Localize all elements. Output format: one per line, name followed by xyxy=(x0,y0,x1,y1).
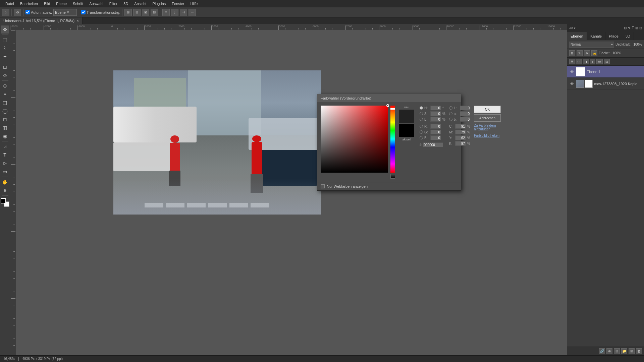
m-input[interactable] xyxy=(455,130,466,134)
panel-icon-2[interactable]: ✎ xyxy=(628,26,631,30)
lock-transparent-btn[interactable]: ⊟ xyxy=(569,50,575,56)
text-btn[interactable]: T xyxy=(1,151,9,159)
layer-visibility-1[interactable]: 👁 xyxy=(569,69,575,74)
hex-input[interactable] xyxy=(423,142,443,147)
b2-input[interactable] xyxy=(430,135,441,140)
g-input[interactable] xyxy=(430,130,441,134)
heal-btn[interactable]: ⊕ xyxy=(1,82,9,90)
layer-item-1[interactable]: 👁 Ebene 1 xyxy=(567,66,644,78)
opacity-value[interactable]: 100% xyxy=(632,43,642,46)
brush-btn[interactable]: ⌖ xyxy=(1,90,9,98)
more-options-btn[interactable]: ··· xyxy=(189,9,196,16)
auto-select-checkbox[interactable] xyxy=(25,10,30,14)
h-radio[interactable] xyxy=(420,106,423,110)
b3-radio[interactable] xyxy=(449,118,452,121)
hue-slider[interactable] xyxy=(390,106,395,173)
s-radio[interactable] xyxy=(420,112,423,115)
hue-slider-container[interactable] xyxy=(390,106,395,179)
filter-type-shape[interactable]: ▭ xyxy=(596,59,603,64)
canvas-area[interactable] xyxy=(16,30,567,355)
s-input[interactable] xyxy=(430,111,441,116)
a-input[interactable] xyxy=(460,111,471,116)
add-to-swatches-link[interactable]: Zu Farbfeldern hinzufügen xyxy=(474,123,501,132)
crop-btn[interactable]: ⊡ xyxy=(1,63,9,71)
menu-auswahl[interactable]: Auswahl xyxy=(87,1,106,6)
add-mask-btn[interactable]: ⊟ xyxy=(614,348,620,354)
link-layers-btn[interactable]: 🔗 xyxy=(599,348,605,354)
tab-3d[interactable]: 3D xyxy=(622,32,634,40)
cancel-button[interactable]: Abbrechen xyxy=(474,114,501,122)
menu-ebene[interactable]: Ebene xyxy=(53,1,69,6)
b-radio[interactable] xyxy=(420,118,423,121)
h-input[interactable] xyxy=(430,106,441,110)
b3-input[interactable] xyxy=(460,117,471,122)
tab-pfade[interactable]: Pfade xyxy=(605,32,622,40)
menu-filter[interactable]: Filter xyxy=(107,1,120,6)
layer-visibility-2[interactable]: 👁 xyxy=(569,81,575,86)
filter-type-adj[interactable]: ◑ xyxy=(583,59,589,64)
menu-ansicht[interactable]: Ansicht xyxy=(131,1,149,6)
lasso-btn[interactable]: ⌇ xyxy=(1,44,9,52)
shape-btn[interactable]: ▭ xyxy=(1,168,9,176)
filter-type-text[interactable]: T xyxy=(590,59,595,64)
add-style-btn[interactable]: ⊕ xyxy=(606,348,612,354)
g-radio[interactable] xyxy=(420,130,423,134)
menu-bild[interactable]: Bild xyxy=(41,1,53,6)
menu-3d[interactable]: 3D xyxy=(121,1,131,6)
gradient-canvas[interactable] xyxy=(321,106,388,173)
y-input[interactable] xyxy=(455,135,466,140)
pen-btn[interactable]: ⊿ xyxy=(1,142,9,150)
k-input[interactable] xyxy=(455,141,466,146)
path-btn[interactable]: ⊳ xyxy=(1,159,9,167)
webcolors-checkbox[interactable] xyxy=(321,184,325,188)
lock-position-btn[interactable]: ✥ xyxy=(584,50,590,56)
search-dropdown[interactable]: Art ▾ xyxy=(569,26,623,30)
ok-button[interactable]: OK xyxy=(474,106,501,113)
lock-image-btn[interactable]: ✎ xyxy=(577,50,583,56)
new-group-btn[interactable]: 📁 xyxy=(621,348,627,354)
move-tool-btn[interactable]: ✥ xyxy=(1,25,9,34)
home-btn[interactable]: ⌂ xyxy=(2,9,9,16)
panel-icon-5[interactable]: ⊡ xyxy=(639,26,642,30)
menu-hilfe[interactable]: Hilfe xyxy=(187,1,200,6)
menu-fenster[interactable]: Fenster xyxy=(169,1,187,6)
menu-schrift[interactable]: Schrift xyxy=(70,1,86,6)
layer-item-2[interactable]: 👁 cars-1273808_1920 Kopie xyxy=(567,78,644,90)
align-top-btn[interactable]: ⊡ xyxy=(151,9,158,16)
panel-icon-3[interactable]: T xyxy=(632,26,634,30)
tab-ebenen[interactable]: Ebenen xyxy=(567,32,587,40)
align-center-btn[interactable]: ⊟ xyxy=(133,9,141,16)
distribute2-btn[interactable]: ⋮ xyxy=(171,9,178,16)
panel-icon-4[interactable]: ⊞ xyxy=(635,26,638,30)
tab-kanaele[interactable]: Kanäle xyxy=(587,32,605,40)
filter-type-smart[interactable]: ⊡ xyxy=(604,59,610,64)
lock-all-btn[interactable]: 🔒 xyxy=(591,50,597,56)
align-right-btn[interactable]: ⊠ xyxy=(142,9,149,16)
filter-toggle[interactable]: ⊞ xyxy=(569,59,575,64)
filter-type-pixel[interactable]: ⬚ xyxy=(576,59,582,64)
alpha-slider[interactable] xyxy=(390,174,395,179)
gradient-area[interactable] xyxy=(321,106,388,173)
eraser-btn[interactable]: ◻ xyxy=(1,115,9,123)
r-radio[interactable] xyxy=(420,125,423,128)
blend-mode-dropdown[interactable]: Normal ▾ xyxy=(569,42,614,48)
align-left-btn[interactable]: ⊞ xyxy=(124,9,132,16)
rectangle-select-btn[interactable]: ⬚ xyxy=(1,36,9,44)
b-input[interactable] xyxy=(430,117,441,122)
magic-wand-btn[interactable]: ✦ xyxy=(1,53,9,61)
fill-value[interactable]: 100% xyxy=(611,51,621,55)
menu-datei[interactable]: Datei xyxy=(3,1,17,6)
l-input[interactable] xyxy=(460,106,471,110)
distribute3-btn[interactable]: ⊣ xyxy=(180,9,187,16)
tab-close-btn[interactable]: × xyxy=(76,19,78,23)
eyedropper-btn[interactable]: ⊘ xyxy=(1,71,9,79)
a-radio[interactable] xyxy=(449,112,452,115)
l-radio[interactable] xyxy=(449,106,452,110)
foreground-color-swatch[interactable] xyxy=(1,198,6,203)
distribute-btn[interactable]: ≡ xyxy=(162,9,170,16)
gradient-btn[interactable]: ▥ xyxy=(1,124,9,132)
menu-bearbeiten[interactable]: Bearbeiten xyxy=(17,1,41,6)
delete-layer-btn[interactable]: 🗑 xyxy=(636,348,642,354)
clone-btn[interactable]: ◫ xyxy=(1,99,9,107)
menu-plugins[interactable]: Plug-ins xyxy=(150,1,168,6)
